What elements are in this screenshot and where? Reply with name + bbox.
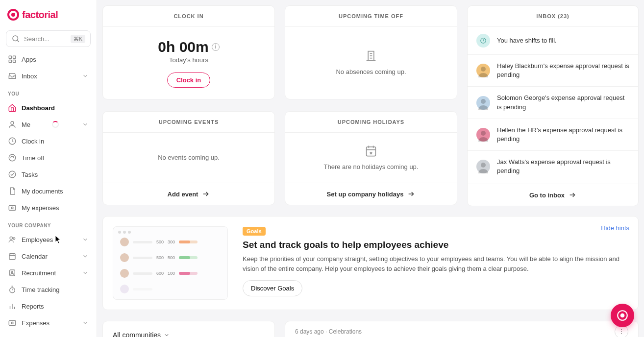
add-event-button[interactable]: Add event (103, 183, 274, 205)
sidebar-item-label: Time tracking (22, 286, 60, 293)
headset-icon (616, 309, 629, 322)
hide-hints-link[interactable]: Hide hints (601, 224, 629, 232)
sidebar-item-label: My documents (22, 188, 63, 195)
svg-point-35 (481, 99, 486, 104)
help-fab[interactable] (611, 304, 634, 327)
svg-point-37 (481, 163, 486, 168)
folder-icon (8, 335, 17, 337)
svg-point-36 (481, 131, 486, 136)
svg-rect-4 (9, 60, 11, 63)
sidebar-item-clock-in[interactable]: Clock in (0, 133, 97, 149)
sidebar-item-label: Recruitment (22, 269, 56, 277)
discover-goals-button[interactable]: Discover Goals (243, 280, 302, 296)
sidebar-item-label: Me (22, 121, 30, 128)
arrow-right-icon (407, 190, 415, 198)
clock-icon (476, 34, 490, 48)
chevron-down-icon (82, 269, 89, 276)
sidebar-item-my-expenses[interactable]: My expenses (0, 199, 97, 216)
timeoff-empty-text: No absences coming up. (336, 68, 406, 76)
sidebar-item-recruitment[interactable]: Recruitment (0, 265, 97, 281)
hint-illus-row: 500 500 (120, 253, 221, 262)
section-label: YOUR COMPANY (0, 216, 97, 231)
inbox-item[interactable]: You have shifts to fill. (468, 27, 638, 55)
avatar (476, 128, 490, 142)
svg-line-1 (17, 40, 19, 42)
expense-icon (8, 203, 17, 212)
holidays-header: UPCOMING HOLIDAYS (285, 112, 457, 133)
svg-point-48 (621, 331, 622, 332)
search-shortcut: ⌘K (71, 35, 85, 43)
loading-spinner-icon (52, 121, 59, 128)
sidebar-item-label: Apps (22, 56, 36, 63)
hint-illustration: 500 300 500 500 600 100 (113, 226, 228, 300)
clock-icon (8, 137, 17, 145)
post-meta: 6 days ago · Celebrations (295, 328, 362, 335)
svg-rect-3 (13, 56, 16, 58)
inbox-item[interactable]: Haley Blackburn's expense approval reque… (468, 55, 638, 87)
inbox-header: INBOX (23) (468, 6, 638, 27)
svg-point-12 (10, 237, 12, 239)
avatar (120, 269, 129, 278)
expense-icon (8, 318, 17, 327)
check-icon (8, 170, 17, 179)
bar-icon (8, 302, 17, 311)
section-label: YOU (0, 84, 97, 99)
sidebar-item-label: Tasks (22, 171, 38, 178)
communities-selector[interactable]: All communities (113, 329, 265, 337)
inbox-item[interactable]: Jax Watts's expense approval request is … (468, 151, 638, 182)
sidebar-item-reports[interactable]: Reports (0, 298, 97, 314)
holidays-empty-text: There are no holidays coming up. (324, 163, 419, 171)
info-icon[interactable]: i (212, 43, 220, 51)
events-empty-text: No events coming up. (158, 153, 220, 162)
sidebar-item-tasks[interactable]: Tasks (0, 166, 97, 183)
sidebar-item-expenses[interactable]: Expenses (0, 314, 97, 331)
inbox-item[interactable]: Solomon George's expense approval reques… (468, 87, 638, 119)
sidebar-item-documents[interactable]: Documents (0, 331, 97, 337)
sidebar-item-label: Calendar (22, 253, 48, 260)
svg-point-34 (481, 67, 486, 72)
svg-point-6 (11, 121, 14, 124)
setup-holidays-button[interactable]: Set up company holidays (285, 183, 457, 205)
inbox-item-text: Hellen the HR's expense approval request… (497, 126, 629, 144)
sidebar-item-calendar[interactable]: Calendar (0, 248, 97, 265)
inbox-item[interactable]: Hellen the HR's expense approval request… (468, 119, 638, 151)
avatar (476, 96, 490, 110)
avatar (120, 285, 129, 293)
clock-in-button[interactable]: Clock in (167, 72, 211, 88)
sidebar-item-my-documents[interactable]: My documents (0, 183, 97, 199)
sidebar-item-dashboard[interactable]: Dashboard (0, 99, 97, 116)
svg-point-19 (12, 271, 13, 273)
search-icon (11, 34, 20, 43)
doc-icon (8, 187, 17, 195)
svg-rect-14 (9, 254, 15, 260)
go-to-inbox-button[interactable]: Go to inbox (468, 184, 638, 206)
inbox-item-text: Jax Watts's expense approval request is … (497, 158, 629, 175)
svg-point-27 (11, 322, 13, 324)
sidebar-item-label: Time off (22, 154, 44, 162)
clock-time: 0h 00m i (158, 39, 219, 55)
chevron-down-icon (82, 72, 89, 79)
sidebar-item-inbox[interactable]: Inbox (0, 68, 97, 84)
search-input[interactable]: Search... ⌘K (6, 30, 91, 47)
svg-rect-2 (9, 56, 11, 58)
hint-card: Hide hints 500 300 500 500 600 100 Goals… (102, 216, 639, 310)
clock-in-header: CLOCK IN (103, 6, 274, 27)
brand-logo[interactable]: factorial (0, 0, 97, 26)
chevron-down-icon (82, 236, 89, 243)
svg-point-9 (9, 171, 16, 178)
inbox-card: INBOX (23) You have shifts to fill. Hale… (467, 5, 639, 206)
sidebar-item-employees[interactable]: Employees (0, 231, 97, 248)
hint-illus-row: 500 300 (120, 238, 221, 246)
avatar (476, 64, 490, 77)
clock-in-card: CLOCK IN 0h 00m i Today's hours Clock in (102, 5, 275, 99)
sidebar-item-me[interactable]: Me (0, 116, 97, 133)
sidebar-item-label: Expenses (22, 319, 50, 327)
sidebar-item-apps[interactable]: Apps (0, 51, 97, 68)
sidebar-item-time-off[interactable]: Time off (0, 149, 97, 166)
sidebar-item-time-tracking[interactable]: Time tracking (0, 281, 97, 298)
svg-point-51 (621, 314, 624, 317)
timeoff-card: UPCOMING TIME OFF No absences coming up. (285, 5, 457, 99)
hint-description: Keep the priorities of your company stra… (243, 254, 628, 273)
stopwatch-icon (8, 285, 17, 294)
events-header: UPCOMING EVENTS (103, 112, 274, 133)
